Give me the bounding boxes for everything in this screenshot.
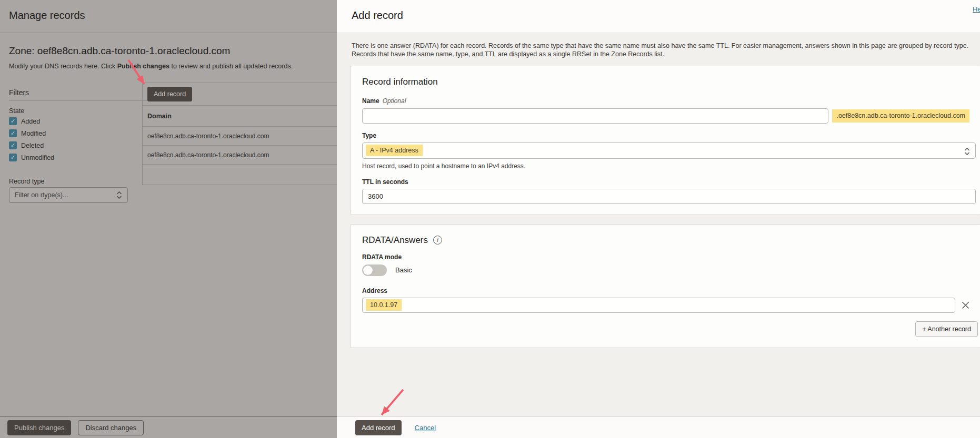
address-input[interactable]: 10.0.1.97 xyxy=(362,298,955,313)
address-label: Address xyxy=(362,287,969,294)
rdata-mode-label: RDATA mode xyxy=(362,253,969,261)
ttl-label: TTL in seconds xyxy=(362,178,969,186)
add-record-button-left[interactable]: Add record xyxy=(147,87,192,101)
table-row[interactable]: oef8e8cn.adb.ca-toronto-1.oraclecloud.co… xyxy=(143,127,337,146)
name-input[interactable] xyxy=(362,108,828,124)
record-information-title: Record information xyxy=(362,77,969,87)
panel-content: There is one answer (RDATA) for each rec… xyxy=(337,33,980,416)
checkbox-unmodified[interactable]: ✓ Unmodified xyxy=(9,154,54,161)
checkbox-checked-icon: ✓ xyxy=(9,154,17,161)
checkbox-deleted[interactable]: ✓ Deleted xyxy=(9,141,44,149)
record-type-select-value: Filter on rtype(s)... xyxy=(15,191,116,199)
record-type-select[interactable]: Filter on rtype(s)... xyxy=(9,187,128,203)
checkbox-checked-icon: ✓ xyxy=(9,129,17,137)
panel-header: Add record Help xyxy=(337,0,980,33)
state-filter-label: State xyxy=(9,107,24,115)
table-toolbar: Add record xyxy=(143,83,337,106)
page-title: Manage records xyxy=(9,9,85,22)
discard-changes-button[interactable]: Discard changes xyxy=(78,420,144,435)
zone-description: Modify your DNS records here. Click Publ… xyxy=(9,63,293,70)
toggle-knob xyxy=(363,266,373,275)
panel-title: Add record xyxy=(352,9,403,22)
type-help-text: Host record, used to point a hostname to… xyxy=(362,162,969,170)
name-label: Name xyxy=(362,97,379,105)
info-icon[interactable]: i xyxy=(433,236,442,245)
publish-changes-button[interactable]: Publish changes xyxy=(7,420,71,435)
add-record-submit-button[interactable]: Add record xyxy=(355,420,402,435)
manage-records-page: Manage records Zone: oef8e8cn.adb.ca-tor… xyxy=(0,0,337,438)
checkbox-checked-icon: ✓ xyxy=(9,141,17,149)
help-link[interactable]: Help xyxy=(973,5,980,13)
rdata-info-text: There is one answer (RDATA) for each rec… xyxy=(350,42,971,59)
record-type-label: Record type xyxy=(9,178,44,185)
ttl-input[interactable] xyxy=(362,189,976,204)
type-label: Type xyxy=(362,132,969,139)
type-select[interactable]: A - IPv4 address xyxy=(362,142,976,159)
checkbox-label: Modified xyxy=(21,130,46,137)
type-select-value: A - IPv4 address xyxy=(366,145,423,156)
zone-title: Zone: oef8e8cn.adb.ca-toronto-1.oraclecl… xyxy=(9,45,230,57)
checkbox-checked-icon: ✓ xyxy=(9,117,17,125)
rdata-answers-card: RDATA/Answers i RDATA mode Basic Address… xyxy=(350,224,980,348)
checkbox-modified[interactable]: ✓ Modified xyxy=(9,129,46,137)
name-domain-suffix: .oef8e8cn.adb.ca-toronto-1.oraclecloud.c… xyxy=(832,109,969,123)
table-row[interactable]: oef8e8cn.adb.ca-toronto-1.oraclecloud.co… xyxy=(143,146,337,165)
address-value: 10.0.1.97 xyxy=(366,299,402,311)
records-table: Add record Domain oef8e8cn.adb.ca-toront… xyxy=(142,83,337,185)
checkbox-label: Deleted xyxy=(21,142,44,149)
table-header-domain: Domain xyxy=(143,106,337,127)
add-record-panel: Add record Help There is one answer (RDA… xyxy=(337,0,980,438)
record-information-card: Record information NameOptional .oef8e8c… xyxy=(350,66,980,215)
filters-title: Filters xyxy=(9,88,29,97)
rdata-mode-value: Basic xyxy=(395,266,412,274)
another-record-button[interactable]: + Another record xyxy=(915,321,978,337)
cancel-link[interactable]: Cancel xyxy=(415,424,436,432)
manage-records-footer: Publish changes Discard changes xyxy=(0,416,337,438)
chevron-updown-icon xyxy=(116,191,122,199)
rdata-answers-title: RDATA/Answers xyxy=(362,235,428,246)
name-optional-label: Optional xyxy=(383,97,406,105)
table-row-empty xyxy=(143,165,337,185)
chevron-updown-icon xyxy=(964,147,970,156)
checkbox-added[interactable]: ✓ Added xyxy=(9,117,40,125)
divider xyxy=(9,100,148,100)
rdata-mode-toggle[interactable] xyxy=(362,264,387,276)
checkbox-label: Unmodified xyxy=(21,154,54,161)
panel-footer: Add record Cancel xyxy=(337,416,980,438)
checkbox-label: Added xyxy=(21,118,40,125)
remove-record-icon[interactable] xyxy=(961,301,969,309)
divider xyxy=(0,33,337,33)
